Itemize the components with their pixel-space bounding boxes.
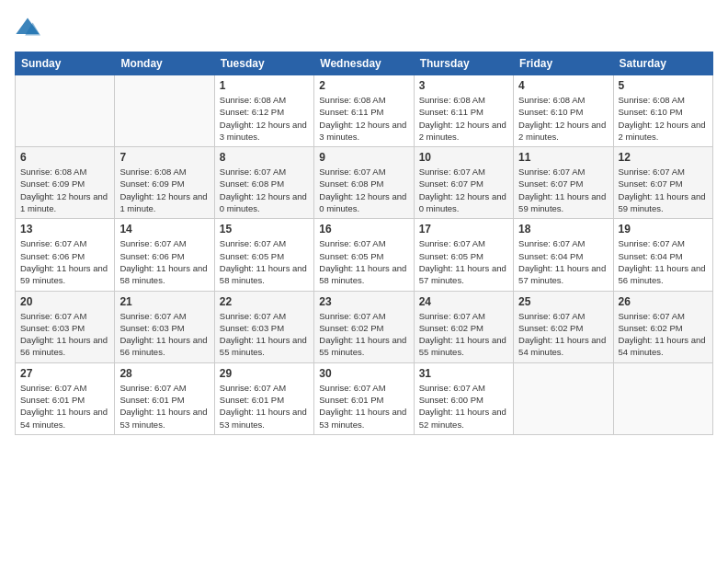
calendar-cell: 25Sunrise: 6:07 AMSunset: 6:02 PMDayligh… xyxy=(514,291,613,362)
weekday-header-saturday: Saturday xyxy=(613,52,712,75)
day-info: Sunrise: 6:08 AMSunset: 6:10 PMDaylight:… xyxy=(619,94,708,143)
day-number: 20 xyxy=(20,295,109,308)
day-number: 31 xyxy=(419,367,508,380)
day-number: 5 xyxy=(619,79,708,92)
day-info: Sunrise: 6:08 AMSunset: 6:09 PMDaylight:… xyxy=(20,166,109,214)
calendar-cell: 14Sunrise: 6:07 AMSunset: 6:06 PMDayligh… xyxy=(115,219,214,291)
day-info: Sunrise: 6:08 AMSunset: 6:10 PMDaylight:… xyxy=(518,94,608,143)
day-info: Sunrise: 6:07 AMSunset: 6:01 PMDaylight:… xyxy=(119,382,209,431)
day-info: Sunrise: 6:07 AMSunset: 6:01 PMDaylight:… xyxy=(220,382,309,431)
calendar-week-row: 13Sunrise: 6:07 AMSunset: 6:06 PMDayligh… xyxy=(16,219,713,291)
day-number: 10 xyxy=(419,151,508,164)
day-number: 23 xyxy=(319,295,408,308)
calendar-cell: 20Sunrise: 6:07 AMSunset: 6:03 PMDayligh… xyxy=(16,291,115,362)
calendar-cell: 16Sunrise: 6:07 AMSunset: 6:05 PMDayligh… xyxy=(314,219,414,291)
day-number: 8 xyxy=(220,151,309,164)
day-info: Sunrise: 6:07 AMSunset: 6:05 PMDaylight:… xyxy=(220,237,309,286)
calendar-cell: 9Sunrise: 6:07 AMSunset: 6:08 PMDaylight… xyxy=(314,147,414,219)
day-number: 13 xyxy=(20,223,109,236)
day-number: 19 xyxy=(619,223,708,236)
day-number: 11 xyxy=(518,151,608,164)
calendar-cell: 4Sunrise: 6:08 AMSunset: 6:10 PMDaylight… xyxy=(514,75,613,147)
day-info: Sunrise: 6:07 AMSunset: 6:01 PMDaylight:… xyxy=(319,382,408,431)
weekday-header-friday: Friday xyxy=(514,52,613,75)
calendar-week-row: 6Sunrise: 6:08 AMSunset: 6:09 PMDaylight… xyxy=(16,147,713,219)
day-number: 25 xyxy=(518,295,608,308)
calendar-cell: 13Sunrise: 6:07 AMSunset: 6:06 PMDayligh… xyxy=(16,219,115,291)
weekday-header-monday: Monday xyxy=(115,52,214,75)
calendar-cell: 7Sunrise: 6:08 AMSunset: 6:09 PMDaylight… xyxy=(115,147,214,219)
day-info: Sunrise: 6:07 AMSunset: 6:02 PMDaylight:… xyxy=(319,310,408,359)
day-number: 3 xyxy=(419,79,508,92)
page-header xyxy=(15,15,713,40)
calendar-cell: 12Sunrise: 6:07 AMSunset: 6:07 PMDayligh… xyxy=(613,147,712,219)
day-number: 21 xyxy=(119,295,209,308)
day-number: 12 xyxy=(619,151,708,164)
day-number: 7 xyxy=(119,151,209,164)
calendar-cell: 8Sunrise: 6:07 AMSunset: 6:08 PMDaylight… xyxy=(214,147,313,219)
day-number: 6 xyxy=(20,151,109,164)
calendar-cell: 30Sunrise: 6:07 AMSunset: 6:01 PMDayligh… xyxy=(314,362,414,434)
day-number: 29 xyxy=(220,367,309,380)
day-info: Sunrise: 6:07 AMSunset: 6:05 PMDaylight:… xyxy=(319,237,408,286)
day-info: Sunrise: 6:08 AMSunset: 6:09 PMDaylight:… xyxy=(119,166,209,214)
calendar-cell: 22Sunrise: 6:07 AMSunset: 6:03 PMDayligh… xyxy=(214,291,313,362)
day-number: 14 xyxy=(119,223,209,236)
day-info: Sunrise: 6:07 AMSunset: 6:05 PMDaylight:… xyxy=(419,237,508,286)
day-number: 22 xyxy=(220,295,309,308)
day-number: 1 xyxy=(220,79,309,92)
day-number: 17 xyxy=(419,223,508,236)
weekday-header-tuesday: Tuesday xyxy=(214,52,313,75)
day-info: Sunrise: 6:07 AMSunset: 6:04 PMDaylight:… xyxy=(518,237,608,286)
calendar-cell xyxy=(16,75,115,147)
calendar-cell: 17Sunrise: 6:07 AMSunset: 6:05 PMDayligh… xyxy=(414,219,513,291)
calendar-cell xyxy=(115,75,214,147)
day-info: Sunrise: 6:08 AMSunset: 6:11 PMDaylight:… xyxy=(419,94,508,143)
calendar-cell: 21Sunrise: 6:07 AMSunset: 6:03 PMDayligh… xyxy=(115,291,214,362)
calendar-cell: 18Sunrise: 6:07 AMSunset: 6:04 PMDayligh… xyxy=(514,219,613,291)
day-info: Sunrise: 6:07 AMSunset: 6:06 PMDaylight:… xyxy=(20,237,109,286)
day-info: Sunrise: 6:07 AMSunset: 6:04 PMDaylight:… xyxy=(619,237,708,286)
day-number: 26 xyxy=(619,295,708,308)
day-info: Sunrise: 6:07 AMSunset: 6:07 PMDaylight:… xyxy=(619,166,708,214)
weekday-header-sunday: Sunday xyxy=(16,52,115,75)
calendar-cell: 11Sunrise: 6:07 AMSunset: 6:07 PMDayligh… xyxy=(514,147,613,219)
day-number: 30 xyxy=(319,367,408,380)
calendar-cell xyxy=(613,362,712,434)
day-number: 15 xyxy=(220,223,309,236)
day-number: 2 xyxy=(319,79,408,92)
calendar-cell: 10Sunrise: 6:07 AMSunset: 6:07 PMDayligh… xyxy=(414,147,513,219)
day-number: 24 xyxy=(419,295,508,308)
day-info: Sunrise: 6:07 AMSunset: 6:06 PMDaylight:… xyxy=(119,237,209,286)
logo-icon xyxy=(15,15,40,40)
day-info: Sunrise: 6:08 AMSunset: 6:12 PMDaylight:… xyxy=(220,94,309,143)
day-number: 9 xyxy=(319,151,408,164)
logo xyxy=(15,15,44,40)
calendar-week-row: 20Sunrise: 6:07 AMSunset: 6:03 PMDayligh… xyxy=(16,291,713,362)
weekday-header-thursday: Thursday xyxy=(414,52,513,75)
day-info: Sunrise: 6:07 AMSunset: 6:03 PMDaylight:… xyxy=(119,310,209,359)
day-number: 4 xyxy=(518,79,608,92)
calendar-cell xyxy=(514,362,613,434)
calendar-cell: 1Sunrise: 6:08 AMSunset: 6:12 PMDaylight… xyxy=(214,75,313,147)
day-number: 18 xyxy=(518,223,608,236)
calendar-cell: 24Sunrise: 6:07 AMSunset: 6:02 PMDayligh… xyxy=(414,291,513,362)
day-info: Sunrise: 6:07 AMSunset: 6:02 PMDaylight:… xyxy=(619,310,708,359)
day-info: Sunrise: 6:07 AMSunset: 6:07 PMDaylight:… xyxy=(419,166,508,214)
weekday-header-row: SundayMondayTuesdayWednesdayThursdayFrid… xyxy=(16,52,713,75)
day-info: Sunrise: 6:07 AMSunset: 6:02 PMDaylight:… xyxy=(518,310,608,359)
calendar-cell: 31Sunrise: 6:07 AMSunset: 6:00 PMDayligh… xyxy=(414,362,513,434)
calendar-table: SundayMondayTuesdayWednesdayThursdayFrid… xyxy=(15,52,713,435)
calendar-cell: 5Sunrise: 6:08 AMSunset: 6:10 PMDaylight… xyxy=(613,75,712,147)
day-number: 16 xyxy=(319,223,408,236)
day-number: 28 xyxy=(119,367,209,380)
day-info: Sunrise: 6:07 AMSunset: 6:07 PMDaylight:… xyxy=(518,166,608,214)
calendar-cell: 19Sunrise: 6:07 AMSunset: 6:04 PMDayligh… xyxy=(613,219,712,291)
calendar-cell: 3Sunrise: 6:08 AMSunset: 6:11 PMDaylight… xyxy=(414,75,513,147)
weekday-header-wednesday: Wednesday xyxy=(314,52,414,75)
day-info: Sunrise: 6:07 AMSunset: 6:02 PMDaylight:… xyxy=(419,310,508,359)
calendar-week-row: 1Sunrise: 6:08 AMSunset: 6:12 PMDaylight… xyxy=(16,75,713,147)
calendar-cell: 26Sunrise: 6:07 AMSunset: 6:02 PMDayligh… xyxy=(613,291,712,362)
calendar-cell: 6Sunrise: 6:08 AMSunset: 6:09 PMDaylight… xyxy=(16,147,115,219)
day-info: Sunrise: 6:07 AMSunset: 6:08 PMDaylight:… xyxy=(319,166,408,214)
